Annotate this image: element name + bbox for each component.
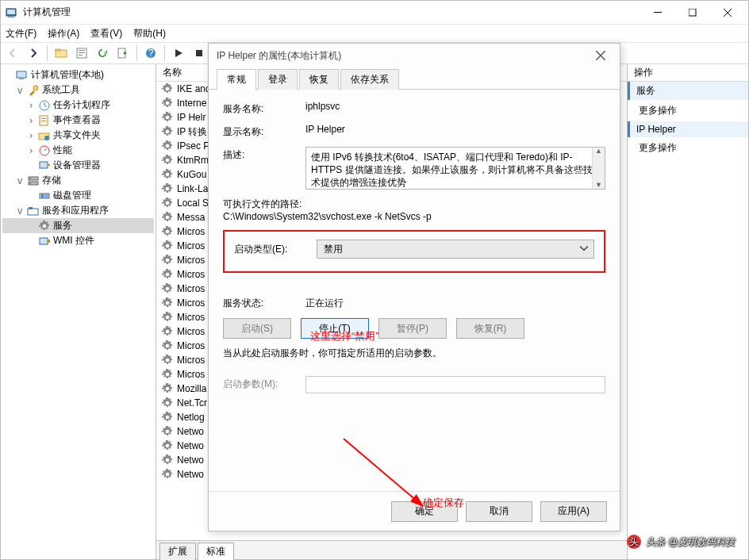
app-icon [6,6,18,19]
tree-task-scheduler[interactable]: ›任务计划程序 [2,98,154,113]
gear-icon [161,225,174,238]
svg-point-35 [29,178,31,179]
tools-icon [27,84,40,97]
svg-rect-32 [48,164,50,166]
dialog-close-button[interactable] [586,45,615,66]
svg-rect-11 [79,55,83,56]
tree-system-tools[interactable]: v系统工具 [2,82,154,98]
gear-icon [161,268,174,281]
maximize-button[interactable] [675,2,710,24]
gear-icon [161,282,174,295]
tree-root[interactable]: ·计算机管理(本地) [2,67,154,82]
properties-button[interactable] [73,44,90,62]
storage-icon [27,175,40,187]
menu-file[interactable]: 文件(F) [6,27,36,40]
service-name: IPsec P [177,140,209,152]
value-description[interactable]: 使用 IPv6 转换技术(6to4、ISATAP、端口代理和 Teredo)和 … [305,147,605,190]
dialog-title: IP Helper 的属性(本地计算机) [217,49,586,63]
svg-rect-9 [79,50,85,51]
actions-section-iphelper[interactable]: IP Helper [628,121,748,137]
tree-device-manager[interactable]: ·设备管理器 [2,158,154,173]
tab-general[interactable]: 常规 [217,69,256,90]
service-name: Netwo [177,440,204,451]
apply-button[interactable]: 应用(A) [540,501,607,522]
description-scrollbar[interactable]: ▲▼ [592,148,605,189]
tree-event-viewer[interactable]: ›事件查看器 [2,113,154,128]
start-params-input [305,376,605,393]
tab-dependencies[interactable]: 依存关系 [340,69,399,90]
gear-icon [161,140,174,152]
gear-icon [161,354,174,366]
svg-rect-31 [40,162,48,168]
service-name: Micros [177,283,205,294]
svg-point-36 [29,182,31,184]
list-tab-standard[interactable]: 标准 [198,543,234,560]
tree-disk-mgmt[interactable]: ·磁盘管理 [2,188,154,203]
tree-performance[interactable]: ›性能 [2,143,154,158]
export-button[interactable] [114,44,132,62]
ok-button[interactable]: 确定 [391,501,458,522]
service-name: Netlog [177,412,205,423]
watermark-icon: 头 [627,535,641,549]
svg-rect-10 [79,52,85,53]
gear-icon [161,439,174,452]
start-service-button[interactable] [170,44,187,62]
tab-logon[interactable]: 登录 [258,69,298,90]
service-name: IP Helr [177,112,205,123]
service-name: IKE and [177,83,211,94]
clock-icon [38,99,51,112]
dialog-tabs: 常规 登录 恢复 依存关系 [209,67,620,90]
cancel-button[interactable]: 取消 [466,501,532,522]
tree-shared-folders[interactable]: ›共享文件夹 [2,128,154,143]
svg-rect-5 [689,9,696,16]
svg-rect-3 [7,10,15,14]
startup-type-select[interactable]: 禁用 [317,240,594,259]
folder-button[interactable] [52,44,70,62]
services-icon [38,220,51,232]
tab-recovery[interactable]: 恢复 [299,69,339,90]
nav-forward-button[interactable] [25,44,42,62]
help-button[interactable]: ? [142,44,159,62]
gear-icon [161,339,174,352]
menu-help[interactable]: 帮助(H) [133,27,166,40]
gear-icon [161,125,174,138]
label-description: 描述: [223,147,296,162]
gear-icon [161,254,174,267]
svg-rect-27 [41,121,46,121]
tree-wmi[interactable]: ·WMI 控件 [2,233,154,248]
tree-services[interactable]: ·服务 [2,218,154,233]
refresh-button[interactable] [94,44,111,62]
stop-service-button[interactable] [190,44,208,62]
start-button: 启动(S) [223,318,291,339]
list-tab-extended[interactable]: 扩展 [159,543,196,560]
service-name: Net.Tcr [177,397,207,408]
gear-icon [161,368,174,381]
chevron-down-icon [579,244,589,255]
close-button[interactable] [710,2,745,24]
navigation-tree[interactable]: ·计算机管理(本地) v系统工具 ›任务计划程序 ›事件查看器 ›共享文件夹 ›… [1,64,156,559]
actions-more-1[interactable]: 更多操作 [628,100,748,121]
gear-icon [161,240,174,252]
value-service-name: iphlpsvc [305,101,605,112]
gear-icon [161,325,174,338]
svg-rect-42 [40,238,48,244]
svg-rect-21 [17,71,26,78]
value-status: 正在运行 [305,297,344,310]
stop-button[interactable]: 停止(T) [301,318,369,339]
service-name: Micros [177,240,205,251]
gear-icon [161,211,174,224]
menu-view[interactable]: 查看(V) [90,27,122,40]
svg-rect-2 [8,17,14,17]
tree-storage[interactable]: v存储 [2,173,154,188]
startup-type-highlight: 启动类型(E): 禁用 [223,230,605,273]
actions-section-services[interactable]: 服务 [628,82,748,100]
actions-more-2[interactable]: 更多操作 [628,137,748,159]
menu-action[interactable]: 操作(A) [48,27,79,40]
minimize-button[interactable] [640,2,675,24]
tree-svc-apps[interactable]: v服务和应用程序 [2,203,154,218]
service-name: Micros [177,340,205,351]
label-service-name: 服务名称: [223,101,296,116]
resume-button: 恢复(R) [456,318,524,339]
actions-header: 操作 [628,64,748,82]
service-name: Micros [177,226,205,237]
